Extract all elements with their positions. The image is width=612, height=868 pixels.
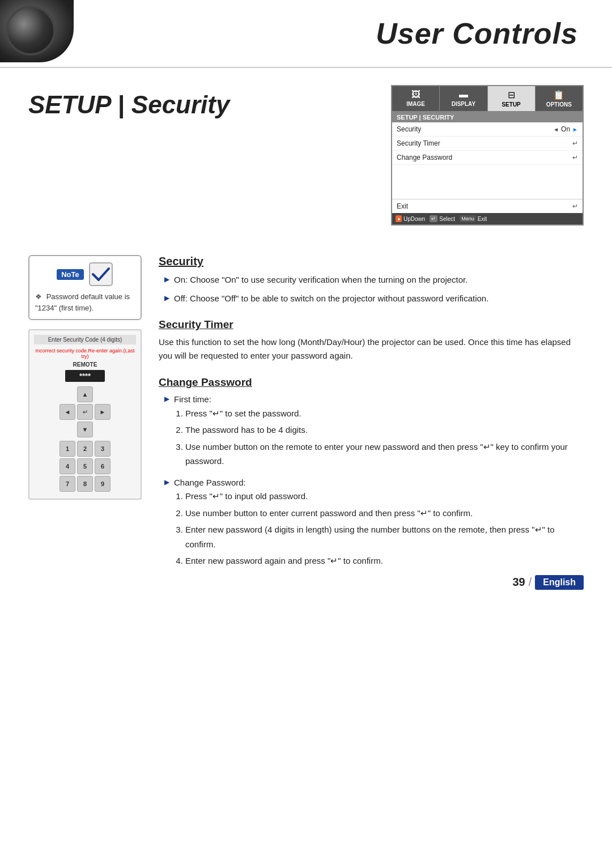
main-content: NoTe ❖ Password default value is "1234" … (28, 255, 584, 584)
change-pass-step-2: Use number button to enter current passw… (185, 506, 584, 521)
dpad-down-btn[interactable]: ▼ (77, 422, 93, 437)
osd-spacer (392, 165, 583, 199)
remote-numpad: 1 2 3 4 5 6 7 8 9 (34, 441, 136, 492)
security-timer-text: Use this function to set the how long (M… (159, 335, 584, 363)
page-header: User Controls (0, 0, 612, 68)
tab-image-label: IMAGE (406, 101, 425, 107)
change-password-section: Change Password ▶ First time: Press "↵" … (159, 376, 584, 571)
footer-updown: ⬥ UpDown (396, 215, 425, 222)
remote-dpad: ▲ ◄ ↵ ► ▼ (34, 386, 136, 437)
osd-tab-image[interactable]: 🖼 IMAGE (392, 86, 440, 111)
numpad-4[interactable]: 4 (60, 458, 75, 474)
exit-footer-label: Exit (478, 216, 487, 222)
dpad-up-btn[interactable]: ▲ (77, 386, 93, 402)
first-time-label: First time: (174, 394, 211, 404)
osd-row-security[interactable]: Security ◄ On ► (392, 122, 583, 137)
security-timer-row-label: Security Timer (397, 139, 572, 147)
page-number: 39 (512, 576, 525, 589)
remote-stars: **** (65, 370, 105, 382)
security-section: Security ▶ On: Choose "On" to use securi… (159, 255, 584, 305)
bullet-arrow-icon-3: ▶ (164, 395, 169, 403)
numpad-8[interactable]: 8 (77, 476, 93, 492)
numpad-7[interactable]: 7 (60, 476, 75, 492)
osd-tab-display[interactable]: ▬ DISPLAY (440, 86, 487, 111)
remote-label: REMOTE (34, 361, 136, 368)
numpad-3[interactable]: 3 (95, 441, 110, 457)
numpad-9[interactable]: 9 (95, 476, 110, 492)
note-label: NoTe (61, 270, 79, 279)
note-content: Password default value is "1234" (first … (35, 292, 130, 312)
page-slash: / (529, 576, 532, 589)
note-icon-wrapper: NoTe (57, 262, 113, 287)
note-label-box: NoTe (57, 269, 84, 280)
diamond-icon: ❖ (35, 292, 42, 301)
osd-exit-row[interactable]: Exit ↵ (392, 199, 583, 213)
remote-title: Enter Security Code (4 digits) (34, 335, 136, 344)
change-pass-step-4: Enter new password again and press "↵" t… (185, 554, 584, 568)
tab-setup-label: SETUP (502, 101, 520, 108)
change-pass-step-3: Enter new password (4 digits in length) … (185, 522, 584, 551)
security-bullet-off-text: Off: Choose "Off" to be able to switch o… (174, 292, 488, 305)
dpad-center-btn[interactable]: ↵ (77, 404, 93, 420)
tab-display-label: DISPLAY (452, 101, 475, 107)
updown-label: UpDown (403, 216, 425, 222)
first-time-step-3: Use number button on the remote to enter… (185, 440, 584, 469)
body-content: SETUP | Security 🖼 IMAGE ▬ DISPLAY ⊟ SET… (0, 68, 612, 601)
numpad-5[interactable]: 5 (77, 458, 93, 474)
first-time-steps-list: Press "↵" to set the password. The passw… (185, 406, 584, 469)
image-icon: 🖼 (411, 90, 420, 100)
security-bullet-off: ▶ Off: Choose "Off" to be able to switch… (159, 292, 584, 305)
remote-box: Enter Security Code (4 digits) Incorrect… (28, 329, 142, 500)
first-time-item: ▶ First time: Press "↵" to set the passw… (159, 393, 584, 471)
dpad-empty-bl (60, 422, 75, 437)
exit-key: Menu (460, 215, 476, 222)
page-footer: 39 / English (512, 575, 584, 590)
osd-tab-setup[interactable]: ⊟ SETUP (488, 86, 536, 111)
security-bullet-on: ▶ On: Choose "On" to use security verifi… (159, 274, 584, 287)
security-timer-section: Security Timer Use this function to set … (159, 318, 584, 363)
osd-row-change-password[interactable]: Change Password ↵ (392, 151, 583, 165)
security-row-value: On (561, 125, 570, 133)
change-password-row-label: Change Password (397, 154, 572, 161)
bullet-arrow-icon-2: ▶ (164, 294, 169, 302)
osd-menu: 🖼 IMAGE ▬ DISPLAY ⊟ SETUP 📋 OPTIONS SETU… (391, 85, 584, 225)
change-password-title: Change Password (159, 376, 584, 389)
footer-exit: Menu Exit (460, 215, 487, 222)
numpad-1[interactable]: 1 (60, 441, 75, 457)
options-icon: 📋 (553, 90, 564, 100)
dpad-empty-tl (60, 386, 75, 402)
remote-error-text: Incorrect security code.Re-enter again.(… (34, 348, 136, 359)
numpad-6[interactable]: 6 (95, 458, 110, 474)
select-key: ↵ (430, 215, 437, 222)
first-time-step-2: The password has to be 4 digits. (185, 423, 584, 437)
display-icon: ▬ (459, 90, 468, 100)
security-title: Security (159, 255, 584, 268)
dpad-empty-br (95, 422, 110, 437)
dpad-right-btn[interactable]: ► (95, 404, 110, 420)
first-time-step-1: Press "↵" to set the password. (185, 406, 584, 421)
arrow-left-icon: ◄ (553, 126, 559, 133)
dpad-left-btn[interactable]: ◄ (60, 404, 75, 420)
osd-footer: ⬥ UpDown ↵ Select Menu Exit (392, 213, 583, 224)
camera-decoration (0, 0, 74, 62)
select-label: Select (439, 216, 455, 222)
bullet-arrow-icon: ▶ (164, 275, 169, 283)
osd-tabs: 🖼 IMAGE ▬ DISPLAY ⊟ SETUP 📋 OPTIONS (392, 86, 583, 112)
change-pass-item: ▶ Change Password: Press "↵" to input ol… (159, 476, 584, 571)
footer-select: ↵ Select (430, 215, 455, 222)
left-column: NoTe ❖ Password default value is "1234" … (28, 255, 142, 584)
note-text: ❖ Password default value is "1234" (firs… (35, 291, 135, 313)
security-bullet-on-text: On: Choose "On" to use security verifica… (174, 274, 468, 287)
osd-row-security-timer[interactable]: Security Timer ↵ (392, 137, 583, 151)
numpad-2[interactable]: 2 (77, 441, 93, 457)
osd-exit-label: Exit (397, 202, 572, 210)
updown-key: ⬥ (396, 215, 402, 222)
page-title: User Controls (376, 16, 578, 50)
osd-tab-options[interactable]: 📋 OPTIONS (536, 86, 583, 111)
osd-breadcrumb: SETUP | SECURITY (392, 112, 583, 122)
change-pass-label: Change Password: (174, 478, 246, 487)
enter-icon-password: ↵ (572, 154, 578, 161)
note-box: NoTe ❖ Password default value is "1234" … (28, 255, 142, 320)
security-timer-title: Security Timer (159, 318, 584, 331)
page-language: English (535, 575, 584, 590)
